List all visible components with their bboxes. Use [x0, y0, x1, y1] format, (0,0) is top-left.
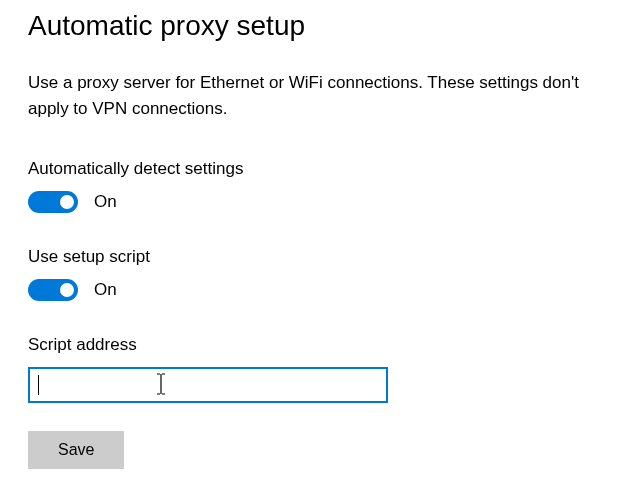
script-address-input-wrapper: [28, 367, 388, 403]
auto-detect-toggle-row: On: [28, 191, 600, 213]
use-script-state: On: [94, 280, 117, 300]
use-script-toggle[interactable]: [28, 279, 78, 301]
toggle-knob-icon: [60, 283, 74, 297]
use-script-label: Use setup script: [28, 247, 600, 267]
script-address-group: Script address: [28, 335, 600, 403]
auto-detect-group: Automatically detect settings On: [28, 159, 600, 213]
auto-detect-label: Automatically detect settings: [28, 159, 600, 179]
proxy-description: Use a proxy server for Ethernet or WiFi …: [28, 70, 588, 121]
auto-detect-state: On: [94, 192, 117, 212]
page-title: Automatic proxy setup: [28, 10, 600, 42]
text-caret-icon: [38, 375, 39, 395]
use-script-toggle-row: On: [28, 279, 600, 301]
script-address-input[interactable]: [28, 367, 388, 403]
save-button[interactable]: Save: [28, 431, 124, 469]
toggle-knob-icon: [60, 195, 74, 209]
script-address-label: Script address: [28, 335, 600, 355]
auto-detect-toggle[interactable]: [28, 191, 78, 213]
use-script-group: Use setup script On: [28, 247, 600, 301]
